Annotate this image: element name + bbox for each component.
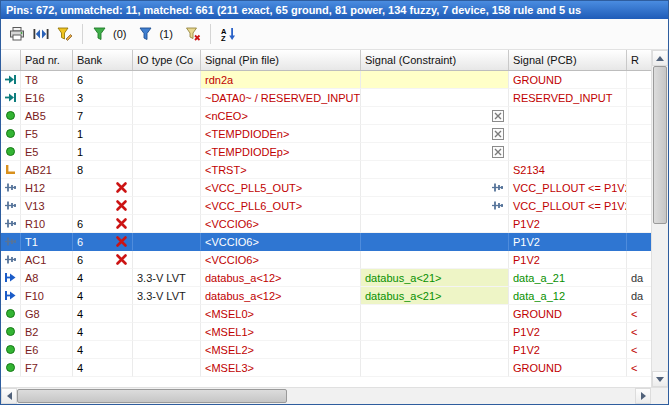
signal-pin-file: <TRST> xyxy=(205,161,247,179)
signal-pcb: GROUND xyxy=(513,305,562,323)
pad-number: B2 xyxy=(25,323,38,341)
signal-pcb: GROUND xyxy=(513,359,562,377)
table-row-H12[interactable]: H12 <VCC_PLL5_OUT> VCC_PLLOUT <= P1V2 xyxy=(1,179,651,197)
table-row-E6[interactable]: E6 4 <MSEL2> P1V2 < xyxy=(1,341,651,359)
pad-number: AB5 xyxy=(25,107,46,125)
opposing-arrows-icon xyxy=(33,26,49,42)
table-row-T8[interactable]: T8 6 rdn2a GROUND xyxy=(1,71,651,89)
column-header-pcb[interactable]: Signal (PCB) xyxy=(509,50,627,70)
matched-pin-icon xyxy=(4,325,17,338)
signal-pin-file: ~DATA0~ / RESERVED_INPUT xyxy=(205,89,360,107)
table-row-R10[interactable]: R10 6 <VCCIO6> P1V2 xyxy=(1,215,651,233)
bank-number: 4 xyxy=(77,359,83,377)
signal-pcb: RESERVED_INPUT xyxy=(513,89,612,107)
table-row-F10[interactable]: F10 4 3.3-V LVT databus_a<12> databus_a<… xyxy=(1,287,651,305)
svg-text:Z: Z xyxy=(221,34,226,42)
bank-number: 4 xyxy=(77,323,83,341)
vertical-scrollbar[interactable] xyxy=(651,50,668,387)
scroll-down-button[interactable] xyxy=(652,371,668,387)
matched-pin-icon xyxy=(4,307,17,320)
green-funnel-icon xyxy=(92,26,108,42)
power-pin-icon xyxy=(4,217,17,230)
horizontal-scroll-track[interactable] xyxy=(17,388,635,404)
scroll-up-button[interactable] xyxy=(652,50,668,66)
table-row-B2[interactable]: B2 4 <MSEL1> P1V2 < xyxy=(1,323,651,341)
column-header-con[interactable]: Signal (Constraint) xyxy=(361,50,509,70)
checkbox-x-icon xyxy=(492,110,504,122)
down-arrow-icon xyxy=(656,377,664,382)
signal-pcb: P1V2 xyxy=(513,215,540,233)
print-button[interactable] xyxy=(5,22,29,46)
window-titlebar[interactable]: Pins: 672, unmatched: 11, matched: 661 (… xyxy=(1,1,668,19)
opposing-arrows-button[interactable] xyxy=(29,22,53,46)
table-row-AB21[interactable]: AB21 8 <TRST> S2134 xyxy=(1,161,651,179)
column-header-bank[interactable]: Bank xyxy=(73,50,133,70)
bank-number: 4 xyxy=(77,341,83,359)
edit-filter-button[interactable] xyxy=(53,22,77,46)
titlebar-text: Pins: 672, unmatched: 11, matched: 661 (… xyxy=(6,4,581,16)
blue-funnel-icon xyxy=(138,26,154,42)
pad-number: T8 xyxy=(25,71,38,89)
power-pin-icon xyxy=(491,181,504,194)
unconnected-pin-icon xyxy=(4,163,17,176)
blue-filter-count: (1) xyxy=(159,28,172,40)
green-filter-button[interactable] xyxy=(88,22,112,46)
scroll-left-button[interactable] xyxy=(1,388,17,404)
power-pin-icon xyxy=(4,199,17,212)
pad-number: F7 xyxy=(25,359,38,377)
signal-pcb: P1V2 xyxy=(513,341,540,359)
signal-pin-file: rdn2a xyxy=(205,71,233,89)
table-row-T1[interactable]: T1 6 <VCCIO6> P1V2 xyxy=(1,233,651,251)
table-row-A8[interactable]: A8 4 3.3-V LVT databus_a<12> databus_a<2… xyxy=(1,269,651,287)
blue-filter-button[interactable] xyxy=(134,22,158,46)
table-row-G8[interactable]: G8 4 <MSEL0> GROUND < xyxy=(1,305,651,323)
signal-pin-file: <TEMPDIODEp> xyxy=(205,143,289,161)
io-type: 3.3-V LVT xyxy=(137,269,186,287)
pin-table: Pad nr.BankIO type (CoSignal (Pin file)S… xyxy=(1,50,651,387)
mismatch-x-icon xyxy=(115,217,128,230)
bank-number: 8 xyxy=(77,161,83,179)
signal-pcb: S2134 xyxy=(513,161,545,179)
result-fragment: da xyxy=(631,269,643,287)
signal-pin-file: databus_a<12> xyxy=(205,287,281,305)
signal-pcb: P1V2 xyxy=(513,251,540,269)
result-fragment: da xyxy=(631,287,643,305)
green-filter-count: (0) xyxy=(113,28,126,40)
matched-pin-icon xyxy=(4,145,17,158)
power-pin-icon xyxy=(4,181,17,194)
clear-filter-button[interactable] xyxy=(181,22,205,46)
table-row-AC1[interactable]: AC1 6 <VCCIO6> P1V2 xyxy=(1,251,651,269)
bank-number: 4 xyxy=(77,287,83,305)
vertical-scroll-thumb[interactable] xyxy=(653,66,667,224)
column-header-pin[interactable]: Signal (Pin file) xyxy=(201,50,361,70)
clear-funnel-icon xyxy=(185,26,201,42)
bottom-bar xyxy=(1,387,668,404)
toolbar: (0) (1) A Z xyxy=(1,19,668,50)
table-row-V13[interactable]: V13 <VCC_PLL6_OUT> VCC_PLLOUT <= P1V2 xyxy=(1,197,651,215)
pad-number: AC1 xyxy=(25,251,46,269)
column-header-status[interactable] xyxy=(1,50,21,70)
horizontal-scroll-thumb[interactable] xyxy=(17,389,287,403)
table-row-F5[interactable]: F5 1 <TEMPDIODEn> xyxy=(1,125,651,143)
signal-pcb: VCC_PLLOUT <= P1V2 xyxy=(513,179,627,197)
column-header-res[interactable]: R xyxy=(627,50,651,70)
scroll-right-button[interactable] xyxy=(635,388,651,404)
right-arrow-icon xyxy=(641,392,646,400)
column-header-io[interactable]: IO type (Co xyxy=(133,50,201,70)
sort-button[interactable]: A Z xyxy=(216,22,240,46)
horizontal-scrollbar[interactable] xyxy=(1,387,651,404)
vertical-scroll-track[interactable] xyxy=(652,66,668,371)
up-arrow-icon xyxy=(656,56,664,61)
pad-number: H12 xyxy=(25,179,45,197)
table-row-F7[interactable]: F7 4 <MSEL3> GROUND < xyxy=(1,359,651,377)
signal-pcb: data_a_21 xyxy=(513,269,565,287)
table-row-AB5[interactable]: AB5 7 <nCEO> xyxy=(1,107,651,125)
column-header-pad[interactable]: Pad nr. xyxy=(21,50,73,70)
signal-pcb: P1V2 xyxy=(513,323,540,341)
toolbar-separator xyxy=(210,24,211,44)
table-row-E16[interactable]: E16 3 ~DATA0~ / RESERVED_INPUT RESERVED_… xyxy=(1,89,651,107)
signal-pcb: VCC_PLLOUT <= P1V2 xyxy=(513,197,627,215)
table-region: Pad nr.BankIO type (CoSignal (Pin file)S… xyxy=(1,50,668,387)
matched-pin-icon xyxy=(4,127,17,140)
table-row-E5[interactable]: E5 1 <TEMPDIODEp> xyxy=(1,143,651,161)
